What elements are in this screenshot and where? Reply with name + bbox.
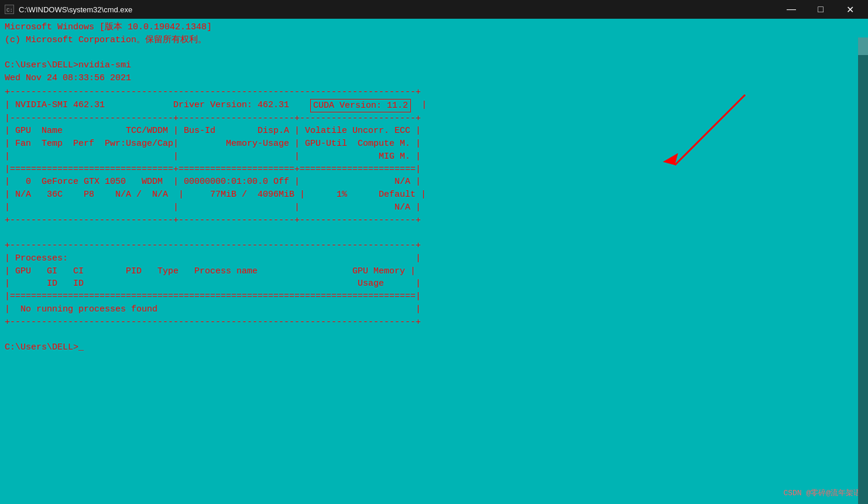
separator-5: +---------------------------------------… [5, 239, 863, 252]
smi-suffix: | [411, 99, 427, 112]
gpu-row-3: | | | N/A | [5, 201, 863, 214]
output-line-1: Microsoft Windows [版本 10.0.19042.1348] [5, 21, 863, 34]
header-row-3: | | | MIG M. | [5, 150, 863, 163]
output-line-4: C:\Users\DELL>nvidia-smi [5, 59, 863, 72]
smi-prefix: | NVIDIA-SMI 462.31 Driver Version: 462.… [5, 99, 310, 112]
smi-version-row: | NVIDIA-SMI 462.31 Driver Version: 462.… [5, 99, 863, 112]
proc-cols-1: | GPU GI CI PID Type Process name GPU Me… [5, 265, 863, 278]
maximize-button[interactable]: □ [807, 0, 834, 19]
output-line-2: (c) Microsoft Corporation。保留所有权利。 [5, 34, 863, 47]
output-blank-1 [5, 47, 863, 60]
window-controls: — □ ✕ [778, 0, 863, 19]
separator-2: |-------------------------------+-------… [5, 112, 863, 125]
separator-1: +---------------------------------------… [5, 86, 863, 99]
title-bar: C: C:\WINDOWS\system32\cmd.exe — □ ✕ [0, 0, 868, 19]
proc-cols-2: | ID ID Usage | [5, 277, 863, 290]
close-button[interactable]: ✕ [836, 0, 863, 19]
separator-7: +---------------------------------------… [5, 316, 863, 329]
output-line-5: Wed Nov 24 08:33:56 2021 [5, 72, 863, 85]
nvidia-smi-output: +---------------------------------------… [5, 86, 863, 329]
header-row-1: | GPU Name TCC/WDDM | Bus-Id Disp.A | Vo… [5, 125, 863, 138]
blank-2 [5, 227, 863, 239]
proc-header: | Processes: | [5, 252, 863, 265]
gpu-row-1: | 0 GeForce GTX 1050 WDDM | 00000000:01:… [5, 176, 863, 188]
scrollbar-thumb[interactable] [858, 37, 868, 55]
cmd-icon: C: [5, 5, 14, 14]
separator-6: |=======================================… [5, 290, 863, 303]
cmd-window: C: C:\WINDOWS\system32\cmd.exe — □ ✕ Mic… [0, 0, 868, 504]
separator-3: |===============================+=======… [5, 163, 863, 176]
watermark: CSDN @零碎@流年架语 [783, 488, 861, 499]
title-bar-left: C: C:\WINDOWS\system32\cmd.exe [5, 5, 132, 14]
terminal-body[interactable]: Microsoft Windows [版本 10.0.19042.1348] (… [0, 19, 868, 504]
prompt-line: C:\Users\DELL>_ [5, 341, 863, 354]
header-row-2: | Fan Temp Perf Pwr:Usage/Cap| Memory-Us… [5, 138, 863, 150]
separator-4: +-------------------------------+-------… [5, 214, 863, 227]
gpu-row-2: | N/A 36C P8 N/A / N/A | 77MiB / 4096MiB… [5, 188, 863, 201]
cuda-version-box: CUDA Version: 11.2 [310, 99, 411, 112]
window-title: C:\WINDOWS\system32\cmd.exe [19, 5, 132, 14]
blank-3 [5, 328, 863, 341]
scrollbar[interactable] [858, 37, 868, 504]
svg-text:C:: C: [6, 8, 13, 13]
no-procs: | No running processes found | [5, 303, 863, 316]
minimize-button[interactable]: — [778, 0, 805, 19]
